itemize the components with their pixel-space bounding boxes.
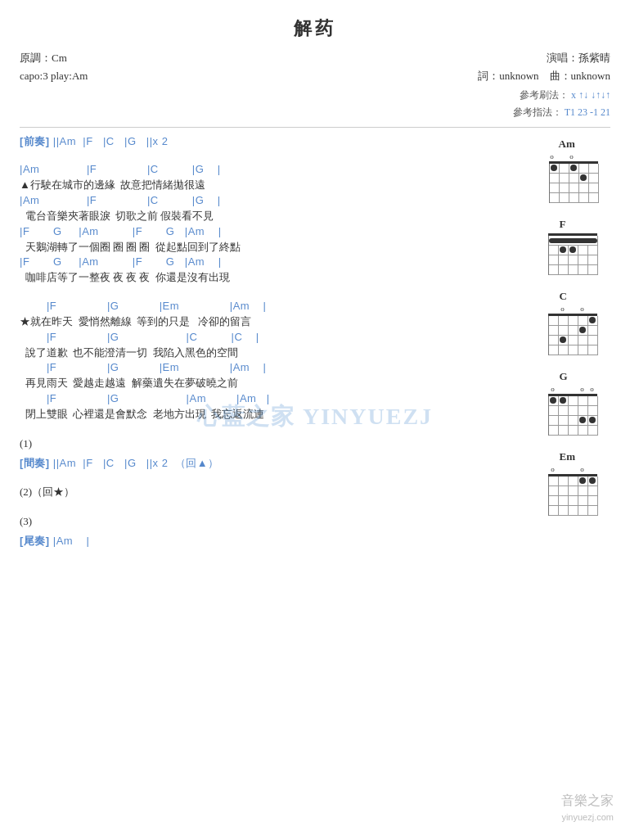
chord-g-name: G bbox=[548, 370, 568, 383]
prelude-line: [前奏] ||Am |F |C |G ||x 2 bbox=[20, 134, 529, 149]
chord-c-name: C bbox=[548, 290, 567, 303]
ref-finger-row: 參考指法： T1 23 -1 21 bbox=[20, 104, 610, 120]
annotation-2: (2)（回★） bbox=[20, 484, 529, 500]
ref-finger-links[interactable]: T1 23 -1 21 bbox=[565, 106, 610, 118]
interlude-line: [間奏] ||Am |F |C |G ||x 2 （回▲） bbox=[20, 456, 529, 471]
lyric-v2-1: ★就在昨天 愛悄然離線 等到的只是 冷卻的留言 bbox=[20, 314, 529, 330]
chord-v2-3: |F |G |Em |Am | bbox=[20, 360, 529, 375]
section-interlude: [間奏] ||Am |F |C |G ||x 2 （回▲） bbox=[20, 456, 529, 471]
lyrics-area: [前奏] ||Am |F |C |G ||x 2 |Am |F |C |G | … bbox=[20, 134, 529, 554]
divider bbox=[20, 127, 610, 128]
annotation-1-text: (1) bbox=[20, 436, 529, 452]
lyric-v1-4: 咖啡店等了一整夜 夜 夜 夜 你還是沒有出現 bbox=[20, 269, 529, 286]
annotation-3: (3) bbox=[20, 513, 529, 530]
gap2 bbox=[20, 291, 529, 299]
chord-f: F bbox=[548, 218, 598, 275]
chord-c: C o o bbox=[548, 290, 598, 355]
lyric-v2-4: 閉上雙眼 心裡還是會默念 老地方出現 我忘返流連 bbox=[20, 406, 529, 422]
prelude-label: [前奏] bbox=[20, 135, 50, 147]
content-area: [前奏] ||Am |F |C |G ||x 2 |Am |F |C |G | … bbox=[20, 134, 610, 554]
lyric-v2-3: 再見雨天 愛越走越遠 解藥遺失在夢破曉之前 bbox=[20, 375, 529, 391]
ref-strum-label: 參考刷法： bbox=[520, 89, 569, 101]
original-key: 原調：Cm bbox=[20, 49, 88, 67]
lyric-v1-1: ▲行駛在城市的邊緣 故意把情緒拋很遠 bbox=[20, 177, 529, 193]
song-title: 解药 bbox=[20, 16, 610, 41]
chord-v1-2: |Am |F |C |G | bbox=[20, 193, 529, 208]
annotation-3-text: (3) bbox=[20, 513, 529, 530]
meta-right: 演唱：孫紫晴 詞：unknown 曲：unknown bbox=[478, 49, 610, 85]
chord-v1-4: |F G |Am |F G |Am | bbox=[20, 255, 529, 269]
chord-v1-1: |Am |F |C |G | bbox=[20, 162, 529, 177]
watermark-zh: 音樂之家 bbox=[561, 791, 614, 811]
singer: 演唱：孫紫晴 bbox=[478, 49, 610, 67]
meta-row: 原調：Cm capo:3 play:Am 演唱：孫紫晴 詞：unknown 曲：… bbox=[20, 49, 610, 85]
chord-diagrams: Am o o bbox=[529, 134, 610, 554]
chord-am-name: Am bbox=[547, 138, 575, 151]
gap3 bbox=[20, 427, 529, 436]
page: 解药 原調：Cm capo:3 play:Am 演唱：孫紫晴 詞：unknown… bbox=[0, 0, 630, 840]
lyricist: 詞：unknown bbox=[478, 70, 538, 82]
lyric-v2-2: 說了道歉 也不能澄清一切 我陷入黑色的空間 bbox=[20, 345, 529, 361]
chord-f-name: F bbox=[548, 218, 566, 231]
chord-v1-3: |F G |Am |F G |Am | bbox=[20, 224, 529, 239]
chord-v2-1: |F |G |Em |Am | bbox=[20, 299, 529, 314]
ref-strum-row: 參考刷法： x ↑↓ ↓↑↓↑ bbox=[20, 87, 610, 103]
lyric-v1-2: 電台音樂夾著眼淚 切歌之前 假裝看不見 bbox=[20, 208, 529, 224]
chord-v2-2: |F |G |C |C | bbox=[20, 330, 529, 345]
outro-line: [尾奏] |Am | bbox=[20, 534, 529, 549]
gap4 bbox=[20, 476, 529, 484]
verse2: |F |G |Em |Am | ★就在昨天 愛悄然離線 等到的只是 冷卻的留言 … bbox=[20, 299, 529, 422]
lyricist-composer: 詞：unknown 曲：unknown bbox=[478, 67, 610, 85]
gap5 bbox=[20, 505, 529, 513]
chord-em-name: Em bbox=[548, 450, 576, 463]
section-outro: [尾奏] |Am | bbox=[20, 534, 529, 549]
ref-strum-links[interactable]: x ↑↓ ↓↑↓↑ bbox=[571, 89, 610, 101]
outro-label: [尾奏] bbox=[20, 535, 50, 547]
annotation-2-text: (2)（回★） bbox=[20, 484, 529, 500]
chord-g: G o o o bbox=[548, 370, 598, 436]
capo-info: capo:3 play:Am bbox=[20, 67, 88, 85]
verse1: |Am |F |C |G | ▲行駛在城市的邊緣 故意把情緒拋很遠 |Am |F… bbox=[20, 162, 529, 286]
meta-left: 原調：Cm capo:3 play:Am bbox=[20, 49, 88, 85]
lyric-v1-3: 天鵝湖轉了一個圈 圈 圈 圈 從起點回到了終點 bbox=[20, 239, 529, 255]
interlude-label: [間奏] bbox=[20, 457, 50, 469]
gap1 bbox=[20, 154, 529, 162]
ref-finger-label: 參考指法： bbox=[513, 106, 562, 118]
watermark-en: yinyuezj.com bbox=[561, 811, 614, 824]
section-prelude: [前奏] ||Am |F |C |G ||x 2 bbox=[20, 134, 529, 149]
chord-em: Em o o bbox=[548, 450, 598, 516]
chord-am: Am o o bbox=[547, 138, 599, 203]
chord-v2-4: |F |G |Am |Am | bbox=[20, 391, 529, 406]
composer: 曲：unknown bbox=[550, 70, 610, 82]
annotation-1: (1) bbox=[20, 436, 529, 452]
watermark: 音樂之家 yinyuezj.com bbox=[561, 791, 614, 824]
